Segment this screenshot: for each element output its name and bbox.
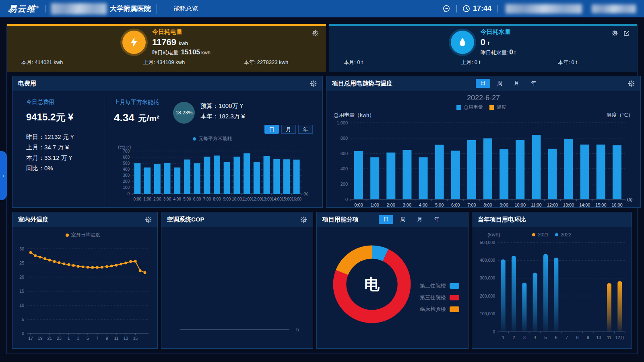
svg-text:15: 15	[19, 289, 24, 294]
legend-label: 2022	[561, 232, 572, 238]
svg-text:400: 400	[341, 166, 348, 171]
svg-text:100,000: 100,000	[480, 311, 495, 316]
tab-月[interactable]: 月	[281, 125, 296, 134]
tab-年[interactable]: 年	[526, 79, 541, 88]
svg-text:23: 23	[57, 336, 62, 341]
energy-split-legend: 第二住院楼第三住院楼临床检验楼	[420, 282, 459, 317]
svg-text:3: 3	[523, 335, 526, 340]
gear-icon[interactable]	[145, 216, 152, 223]
svg-text:7:00: 7:00	[203, 197, 211, 201]
chevron-right-icon: ›	[2, 173, 4, 179]
sqm-chart-legend: 元每平方米能耗	[114, 135, 315, 142]
gear-icon[interactable]	[312, 30, 319, 37]
tab-周[interactable]: 周	[396, 215, 410, 224]
yoy-panel: 当年项目用电环比 (kwh) 20212022 0100,000200,0003…	[472, 212, 632, 349]
card-yesterday: 昨日耗电量:15105kwh	[152, 48, 211, 56]
legend-label: 2021	[538, 232, 549, 238]
svg-text:5: 5	[545, 335, 547, 340]
svg-text:15:00: 15:00	[281, 197, 291, 201]
svg-text:0: 0	[127, 192, 130, 196]
edit-icon[interactable]	[623, 30, 630, 37]
panel-title: 项目用能分项	[322, 216, 359, 223]
svg-text:500,000: 500,000	[480, 240, 495, 245]
tab-年[interactable]: 年	[298, 125, 313, 134]
tab-年[interactable]: 年	[429, 215, 444, 224]
svg-text:11:00: 11:00	[531, 203, 542, 207]
svg-text:15: 15	[133, 336, 138, 341]
legend-item[interactable]: 第二住院楼	[420, 282, 459, 290]
svg-text:0:00: 0:00	[134, 197, 142, 201]
tab-日[interactable]: 日	[379, 215, 393, 224]
sqm-bar-chart[interactable]: (元/㎡)01002003004005006007000:001:002:003…	[114, 142, 315, 202]
cop-panel: 空调系统COP h	[161, 212, 313, 349]
legend-item[interactable]: 第三住院楼	[420, 294, 459, 301]
svg-text:4:00: 4:00	[173, 197, 181, 201]
svg-text:10: 10	[596, 335, 601, 340]
yoy-bar-chart[interactable]: 0100,000200,000300,000400,000500,0001234…	[472, 238, 632, 343]
gear-icon[interactable]	[611, 30, 618, 37]
svg-text:2: 2	[513, 335, 515, 340]
legend-swatch	[489, 105, 494, 110]
temperature-line-chart[interactable]: 0510152025301719212313579111315	[12, 238, 154, 345]
svg-text:30: 30	[19, 246, 24, 251]
card-value: 0t	[481, 37, 516, 48]
sqm-value: 4.34元/m²	[114, 112, 159, 124]
cop-axis-unit: h	[296, 327, 299, 333]
gear-icon[interactable]	[628, 80, 635, 87]
svg-text:17: 17	[28, 336, 33, 341]
svg-text:4: 4	[534, 335, 536, 340]
cost-stat-last-month: 上月：34.7 万 ¥	[26, 142, 105, 153]
svg-text:400,000: 400,000	[480, 258, 495, 263]
legend-swatch	[456, 105, 461, 110]
svg-text:3:00: 3:00	[163, 197, 171, 201]
divider	[497, 5, 497, 12]
svg-text:200,000: 200,000	[480, 294, 495, 298]
svg-text:9:00: 9:00	[500, 203, 508, 207]
svg-text:10: 10	[19, 303, 24, 308]
svg-text:12:00: 12:00	[547, 203, 558, 207]
right-axis-label: 温度（℃）	[606, 112, 633, 119]
svg-text:(h): (h)	[303, 192, 308, 196]
svg-text:6:00: 6:00	[451, 203, 460, 207]
card-accent-bar	[7, 24, 326, 26]
tab-日[interactable]: 日	[476, 79, 490, 88]
split-period-tabs: 日周月年	[379, 215, 444, 224]
nav-item-energy-overview[interactable]: 能耗总览	[174, 5, 198, 12]
svg-text:500: 500	[123, 161, 130, 165]
divider	[45, 5, 45, 12]
redacted-user-info	[506, 4, 582, 14]
temperature-panel: 室内外温度 室外日均温度 051015202530171921231357911…	[12, 212, 158, 349]
gear-icon[interactable]	[310, 80, 317, 87]
message-icon[interactable]	[442, 4, 451, 13]
tab-月[interactable]: 月	[413, 215, 427, 224]
card-value: 11769kwh	[152, 37, 211, 48]
energy-split-donut[interactable]: 电	[324, 236, 420, 332]
redacted-user-name[interactable]	[592, 4, 636, 13]
gear-icon[interactable]	[300, 216, 307, 223]
svg-text:10:00: 10:00	[514, 203, 526, 207]
sidebar-expand-handle[interactable]: ›	[0, 151, 7, 200]
stat-year: 本年: 0 t	[558, 59, 637, 66]
legend-item[interactable]: 临床检验楼	[420, 306, 459, 313]
water-summary-card: 今日耗水量 0t 昨日耗水量:0t 本月: 0 t 上月: 0 t 本年: 0 …	[329, 24, 637, 72]
tab-月[interactable]: 月	[510, 79, 524, 88]
tab-日[interactable]: 日	[264, 125, 279, 134]
svg-text:6:00: 6:00	[193, 197, 201, 201]
trend-bar-chart[interactable]: 02004006008001,0000:001:002:003:004:005:…	[326, 119, 640, 211]
svg-text:11: 11	[114, 336, 119, 341]
svg-text:9: 9	[105, 336, 108, 341]
cop-chart-area[interactable]: h	[161, 227, 313, 348]
card-stats-row: 本月: 0 t 上月: 0 t 本年: 0 t	[329, 59, 637, 66]
legend-label: 总用电量	[464, 104, 483, 111]
svg-text:8:00: 8:00	[483, 203, 492, 207]
panel-title: 室内外温度	[18, 216, 48, 223]
svg-text:200: 200	[123, 179, 130, 184]
svg-text:400: 400	[123, 167, 130, 172]
energy-split-panel: 项目用能分项 日周月年 电 第二住院楼第三住院楼临床检验楼	[316, 212, 469, 349]
water-drop-icon	[451, 31, 474, 54]
cost-stat-month: 本月：33.12 万 ¥	[26, 153, 105, 163]
divider	[157, 4, 157, 14]
svg-text:16:00: 16:00	[611, 203, 623, 207]
svg-text:1: 1	[502, 335, 504, 340]
tab-周[interactable]: 周	[493, 79, 507, 88]
